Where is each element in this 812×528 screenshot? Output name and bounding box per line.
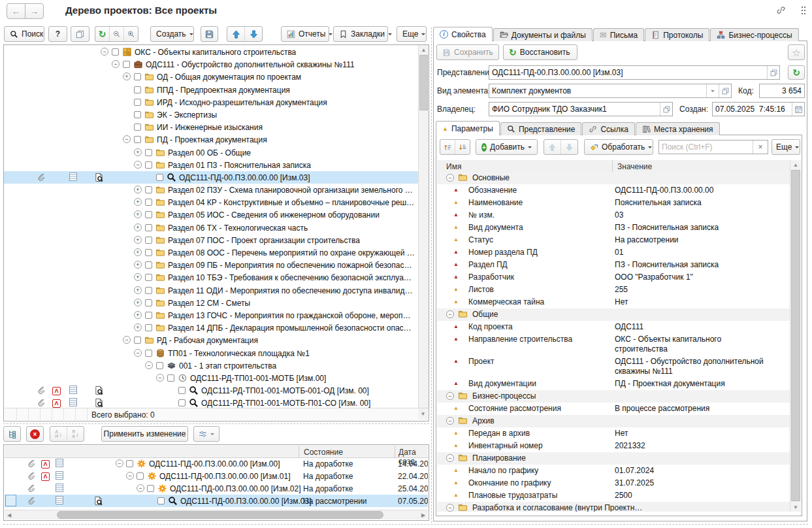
move-up-button[interactable] (227, 27, 245, 41)
expander-icon[interactable]: + (134, 148, 144, 157)
open-button[interactable] (767, 66, 779, 79)
dropdown-button[interactable] (706, 84, 719, 97)
expander-icon[interactable]: − (446, 310, 456, 319)
restore-button[interactable]: ↻ Восстановить (503, 44, 577, 60)
checkbox[interactable] (145, 249, 152, 256)
checkbox[interactable] (178, 387, 186, 394)
tree-vscrollbar[interactable]: ▲ (418, 45, 429, 409)
order-up-button[interactable] (440, 140, 455, 154)
param-row[interactable]: ▲Окончание по графику31.07.2025 (437, 477, 790, 489)
param-row[interactable]: ▲ПроектОДС111 - Обустройство дополнитель… (437, 355, 790, 378)
checkbox[interactable] (134, 99, 141, 106)
param-row[interactable]: ▲Инвентарный номер2021332 (437, 440, 790, 452)
tree-row[interactable]: ОДС111-ПД-00.ПЗ.00.00.00 [Изм.03] (4, 171, 418, 184)
checkbox[interactable] (145, 261, 152, 269)
expander-icon[interactable]: − (112, 60, 122, 69)
kind-input[interactable] (489, 84, 706, 97)
calendar-button[interactable] (792, 103, 804, 116)
help-button[interactable]: ? (48, 26, 67, 42)
tree-row[interactable]: ЭК - Экспертизы (4, 108, 418, 121)
tree-row[interactable]: +ОД - Общая документация по проектам (4, 71, 418, 83)
tree-row[interactable]: +Раздел 05 ИОС - Сведения об инженерном … (4, 208, 418, 221)
tree-row[interactable]: −ОДС111-РД-ТП01-001-МОТБ [Изм.00] (4, 372, 418, 384)
checkbox[interactable] (156, 362, 163, 369)
favorite-button[interactable]: ☆ (788, 44, 805, 60)
open-button[interactable] (660, 103, 672, 116)
expander-icon[interactable]: − (446, 454, 456, 463)
tree-row[interactable]: +Раздел 10 ТБЭ - Требования к обеспечени… (4, 271, 418, 284)
add-button[interactable]: + Добавить (476, 139, 538, 155)
expander-icon[interactable]: + (134, 236, 144, 244)
expander-icon[interactable]: − (126, 472, 136, 480)
tree-mode-button[interactable] (3, 426, 21, 442)
move-down-button[interactable] (245, 27, 262, 41)
checkbox[interactable] (145, 299, 152, 306)
checkbox[interactable] (145, 237, 152, 244)
checkbox[interactable] (147, 485, 154, 492)
collapse-all-button[interactable] (110, 27, 124, 41)
param-row[interactable]: ▲Раздел ПДПЗ - Пояснительная записка (437, 259, 790, 271)
param-row[interactable]: ▲Направление строительстваОКС - Объекты … (437, 333, 790, 355)
expander-icon[interactable]: − (123, 336, 133, 344)
tree-row[interactable]: +Раздел 08 ООС - Перечень мероприятий по… (4, 246, 418, 259)
apply-change-button[interactable]: Применить изменение (101, 426, 188, 442)
checkbox[interactable] (145, 287, 152, 294)
more-left-button[interactable]: Еще (397, 26, 427, 42)
tree-row[interactable]: +Раздел 14 ДПБ - Декларация промышленной… (4, 322, 418, 334)
cancel-button[interactable]: × (26, 426, 44, 442)
version-row[interactable]: −ОДС111-ПД-00.ПЗ.00.00.00 [Изм.02]На дор… (5, 482, 428, 495)
tree-row[interactable]: +Раздел 00 ОБ - Общие (4, 146, 418, 159)
refresh-presentation-button[interactable]: ↻ (788, 65, 805, 80)
params-vscroll-thumb[interactable] (791, 170, 800, 501)
tab-properties[interactable]: i Свойства (433, 27, 493, 41)
clear-search-button[interactable]: × (753, 140, 768, 154)
param-row[interactable]: ▲Код проектаОДС111 (437, 321, 790, 333)
version-row[interactable]: ОДС111-ПД-00.ПЗ.00.00.00 [Изм.03]На расс… (5, 495, 428, 507)
tree-vscroll-thumb[interactable] (419, 55, 428, 110)
checkbox[interactable] (145, 149, 152, 156)
checkbox[interactable] (134, 136, 141, 143)
checkbox[interactable] (145, 224, 152, 231)
create-button[interactable]: Создать (150, 26, 194, 42)
checkbox[interactable] (145, 161, 152, 169)
checkbox[interactable] (145, 199, 152, 206)
tree-row[interactable]: ИИ - Инженерные изыскания (4, 121, 418, 133)
save-button[interactable]: Сохранить (436, 44, 499, 60)
param-row[interactable]: ▲Начало по графику01.07.2024 (437, 465, 790, 477)
tree-row[interactable]: +Раздел 06 ТХ - Технологическая часть (4, 222, 418, 234)
checkbox[interactable] (134, 73, 141, 80)
checkbox[interactable] (134, 337, 141, 344)
checkbox[interactable] (134, 124, 141, 131)
expander-icon[interactable]: + (134, 299, 144, 307)
horizontal-splitter[interactable] (3, 423, 429, 424)
version-row[interactable]: Λ−ОДС111-ПД-00.ПЗ.00.00.00 [Изм.01]На до… (5, 470, 428, 482)
subtab-link[interactable]: Ссылка (582, 122, 634, 135)
tree-row[interactable]: −ПД - Проектная документация (4, 133, 418, 146)
expander-icon[interactable]: + (134, 323, 144, 332)
param-group-row[interactable]: −Планирование (437, 452, 790, 465)
expander-icon[interactable]: − (116, 459, 125, 468)
expander-icon[interactable]: + (134, 210, 144, 219)
save-tree-button[interactable] (201, 26, 218, 42)
tree-row[interactable]: +Раздел 04 КР - Конструктивные и объемно… (4, 196, 418, 208)
expander-icon[interactable]: − (134, 349, 144, 357)
tree-row[interactable]: −ОКС - Объекты капитального строительств… (4, 46, 418, 58)
checkbox[interactable] (123, 61, 130, 68)
expander-icon[interactable]: − (134, 161, 144, 169)
expander-icon[interactable]: + (134, 186, 144, 194)
scroll-down-icon[interactable]: ▼ (790, 503, 801, 512)
param-row[interactable]: ▲Вид документацииПД - Проектная документ… (437, 378, 790, 390)
get-link-button[interactable] (776, 5, 786, 15)
checkbox[interactable] (145, 186, 152, 193)
more-params-button[interactable]: Еще (771, 139, 800, 155)
expander-icon[interactable]: − (123, 135, 133, 144)
search-button[interactable]: Поиск (4, 26, 44, 42)
process-button[interactable]: Обработать (584, 139, 653, 155)
checkbox[interactable] (134, 86, 141, 93)
param-row[interactable]: ▲РазработчикООО "Разработчик 1" (437, 271, 790, 284)
bookmarks-button[interactable]: Закладки (333, 26, 388, 42)
tree-row[interactable]: +Раздел 02 ПЗУ - Схема планировочной орг… (4, 184, 418, 196)
checkbox[interactable] (145, 274, 152, 281)
param-row[interactable]: ▲ОбозначениеОДС111-ПД-00.ПЗ.00.00.00 (437, 184, 790, 197)
checkbox[interactable] (145, 350, 152, 357)
